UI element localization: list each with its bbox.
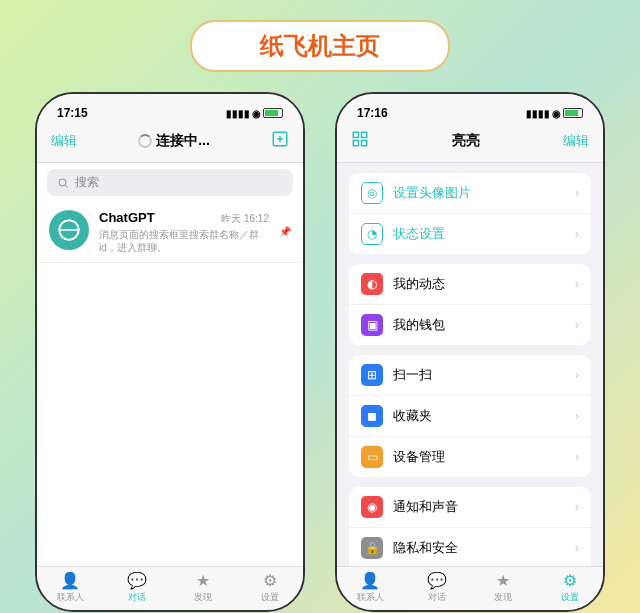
bookmark-icon: ◼ bbox=[361, 405, 383, 427]
settings-label: 设置头像图片 bbox=[393, 184, 565, 202]
tab-discover[interactable]: ★发现 bbox=[170, 571, 237, 604]
edit-button[interactable]: 编辑 bbox=[563, 132, 589, 150]
avatar bbox=[49, 210, 89, 250]
settings-group: ⊞扫一扫›◼收藏夹›▭设备管理› bbox=[349, 355, 591, 477]
tab-chats[interactable]: 💬对话 bbox=[404, 571, 471, 604]
chevron-right-icon: › bbox=[575, 227, 579, 241]
clock-icon: ◐ bbox=[361, 273, 383, 295]
nav-title: 连接中... bbox=[138, 132, 210, 150]
tab-label: 设置 bbox=[561, 591, 579, 604]
gear-icon: ⚙ bbox=[563, 571, 577, 590]
chatgpt-icon bbox=[56, 217, 82, 243]
status-bar: 17:15 ▮▮▮▮ ◉ bbox=[37, 94, 303, 124]
bell-icon: ◉ bbox=[361, 496, 383, 518]
tab-label: 联系人 bbox=[57, 591, 84, 604]
signal-icon: ▮▮▮▮ bbox=[526, 108, 550, 119]
scan-icon: ⊞ bbox=[361, 364, 383, 386]
svg-point-1 bbox=[59, 179, 66, 186]
nav-bar: 亮亮 编辑 bbox=[337, 124, 603, 163]
svg-rect-3 bbox=[353, 132, 358, 137]
tab-label: 设置 bbox=[261, 591, 279, 604]
clock: 17:15 bbox=[57, 106, 88, 120]
settings-row[interactable]: ⊞扫一扫› bbox=[349, 355, 591, 396]
chat-name: ChatGPT bbox=[99, 210, 155, 225]
tab-label: 对话 bbox=[128, 591, 146, 604]
search-wrap: 搜索 bbox=[37, 163, 303, 202]
chevron-right-icon: › bbox=[575, 541, 579, 555]
settings-row[interactable]: 🔒隐私和安全› bbox=[349, 528, 591, 566]
settings-row[interactable]: ◉通知和声音› bbox=[349, 487, 591, 528]
settings-row[interactable]: ◼收藏夹› bbox=[349, 396, 591, 437]
settings-group: ◉通知和声音›🔒隐私和安全›≡数据和存储›◑外观› bbox=[349, 487, 591, 566]
settings-row[interactable]: ◔状态设置› bbox=[349, 214, 591, 254]
tab-label: 对话 bbox=[428, 591, 446, 604]
search-input[interactable]: 搜索 bbox=[47, 169, 293, 196]
lock-icon: 🔒 bbox=[361, 537, 383, 559]
settings-row[interactable]: ◐我的动态› bbox=[349, 264, 591, 305]
svg-rect-6 bbox=[362, 141, 367, 146]
settings-label: 收藏夹 bbox=[393, 407, 565, 425]
settings-label: 我的动态 bbox=[393, 275, 565, 293]
tab-settings[interactable]: ⚙设置 bbox=[237, 571, 304, 604]
layout-button[interactable] bbox=[351, 130, 369, 152]
tab-contacts[interactable]: 👤联系人 bbox=[337, 571, 404, 604]
chat-icon: 💬 bbox=[127, 571, 147, 590]
chevron-right-icon: › bbox=[575, 500, 579, 514]
chat-time: 昨天 16:12 bbox=[221, 212, 269, 226]
settings-label: 通知和声音 bbox=[393, 498, 565, 516]
chevron-right-icon: › bbox=[575, 318, 579, 332]
svg-rect-4 bbox=[362, 132, 367, 137]
chevron-right-icon: › bbox=[575, 186, 579, 200]
chevron-right-icon: › bbox=[575, 450, 579, 464]
chat-row[interactable]: ChatGPT 昨天 16:12 消息页面的搜索框里搜索群名称／群 id，进入群… bbox=[37, 202, 303, 263]
page-title: 纸飞机主页 bbox=[190, 20, 450, 72]
status-bar: 17:16 ▮▮▮▮ ◉ bbox=[337, 94, 603, 124]
tab-bar: 👤联系人 💬对话 ★发现 ⚙设置 bbox=[37, 566, 303, 610]
compose-button[interactable] bbox=[271, 130, 289, 152]
settings-row[interactable]: ▭设备管理› bbox=[349, 437, 591, 477]
compose-icon bbox=[271, 130, 289, 148]
tab-discover[interactable]: ★发现 bbox=[470, 571, 537, 604]
battery-icon bbox=[263, 108, 283, 118]
chevron-right-icon: › bbox=[575, 409, 579, 423]
search-placeholder: 搜索 bbox=[75, 174, 99, 191]
pin-icon: 📌 bbox=[279, 226, 291, 237]
svg-rect-5 bbox=[353, 141, 358, 146]
nav-bar: 编辑 连接中... bbox=[37, 124, 303, 163]
chevron-right-icon: › bbox=[575, 368, 579, 382]
settings-group: ◎设置头像图片›◔状态设置› bbox=[349, 173, 591, 254]
settings-row[interactable]: ◎设置头像图片› bbox=[349, 173, 591, 214]
tab-chats[interactable]: 💬对话 bbox=[104, 571, 171, 604]
star-icon: ★ bbox=[196, 571, 210, 590]
settings-group: ◐我的动态›▣我的钱包› bbox=[349, 264, 591, 345]
settings-row[interactable]: ▣我的钱包› bbox=[349, 305, 591, 345]
star-icon: ★ bbox=[496, 571, 510, 590]
status-icon: ◔ bbox=[361, 223, 383, 245]
settings-label: 设备管理 bbox=[393, 448, 565, 466]
contacts-icon: 👤 bbox=[360, 571, 380, 590]
edit-button[interactable]: 编辑 bbox=[51, 132, 77, 150]
nav-title: 亮亮 bbox=[452, 132, 480, 150]
search-icon bbox=[57, 177, 69, 189]
chat-snippet: 消息页面的搜索框里搜索群名称／群 id，进入群聊。 bbox=[99, 228, 269, 254]
gear-icon: ⚙ bbox=[263, 571, 277, 590]
wifi-icon: ◉ bbox=[252, 108, 261, 119]
signal-icon: ▮▮▮▮ bbox=[226, 108, 250, 119]
tab-settings[interactable]: ⚙设置 bbox=[537, 571, 604, 604]
tab-bar: 👤联系人 💬对话 ★发现 ⚙设置 bbox=[337, 566, 603, 610]
phone-2: 17:16 ▮▮▮▮ ◉ 亮亮 编辑 ◎设置头像图片›◔状态设置›◐我的动态›▣… bbox=[335, 92, 605, 612]
wifi-icon: ◉ bbox=[552, 108, 561, 119]
status-icons: ▮▮▮▮ ◉ bbox=[526, 108, 583, 119]
chevron-right-icon: › bbox=[575, 277, 579, 291]
settings-label: 我的钱包 bbox=[393, 316, 565, 334]
layout-icon bbox=[351, 130, 369, 148]
settings-list[interactable]: ◎设置头像图片›◔状态设置›◐我的动态›▣我的钱包›⊞扫一扫›◼收藏夹›▭设备管… bbox=[337, 163, 603, 566]
device-icon: ▭ bbox=[361, 446, 383, 468]
tab-contacts[interactable]: 👤联系人 bbox=[37, 571, 104, 604]
tab-label: 联系人 bbox=[357, 591, 384, 604]
chat-list[interactable]: ChatGPT 昨天 16:12 消息页面的搜索框里搜索群名称／群 id，进入群… bbox=[37, 202, 303, 566]
tab-label: 发现 bbox=[494, 591, 512, 604]
contacts-icon: 👤 bbox=[60, 571, 80, 590]
wallet-icon: ▣ bbox=[361, 314, 383, 336]
status-icons: ▮▮▮▮ ◉ bbox=[226, 108, 283, 119]
